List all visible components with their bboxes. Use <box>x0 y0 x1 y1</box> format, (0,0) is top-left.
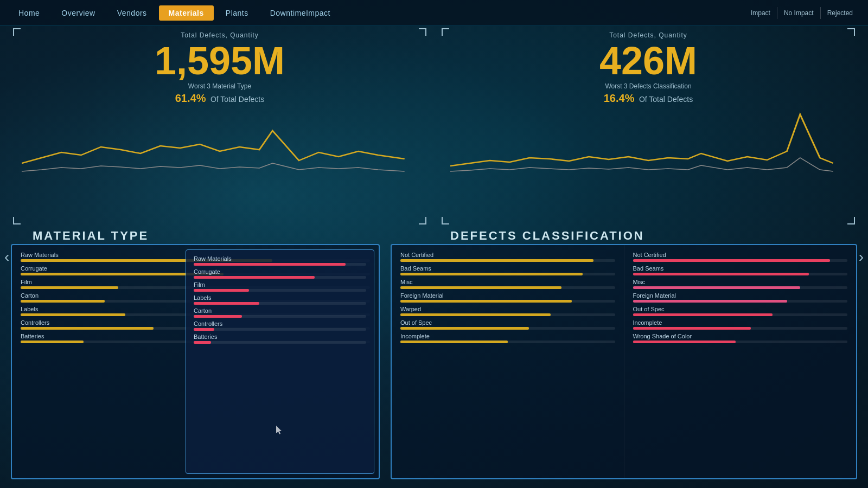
list-item: Controllers <box>194 320 366 331</box>
bar-track <box>194 263 366 266</box>
bar-label: Bad Seams <box>633 265 848 272</box>
filter-no-impact[interactable]: No Impact <box>777 7 821 19</box>
bar-label: Not Certified <box>400 252 615 258</box>
list-item: Incomplete <box>400 333 615 343</box>
bar-fill <box>194 341 211 344</box>
corner-bl-r <box>442 217 449 224</box>
bar-fill <box>633 286 800 289</box>
left-pct-value: 61.4% <box>175 92 206 104</box>
left-chart-title: Total Defects, Quantity <box>22 31 418 39</box>
right-chart-value: 426M <box>450 41 846 80</box>
corner-tr-r <box>847 28 855 36</box>
right-panel: Not CertifiedBad SeamsMiscForeign Materi… <box>391 244 857 479</box>
nav-materials[interactable]: Materials <box>159 5 214 21</box>
list-item: Bad Seams <box>400 265 615 275</box>
right-pct-value: 16.4% <box>604 92 635 104</box>
bar-label: Misc <box>400 279 615 285</box>
left-chart-pct: 61.4% Of Total Defects <box>22 92 418 105</box>
section-labels: Material Type Defects Classification <box>0 227 868 244</box>
nav-arrow-right[interactable]: › <box>854 244 868 270</box>
bar-label: Corrugate <box>194 268 366 275</box>
bar-fill <box>633 259 831 262</box>
nav-home[interactable]: Home <box>9 5 49 21</box>
bar-label: Warped <box>400 306 615 312</box>
bar-fill <box>400 341 508 343</box>
right-chart-pct: 16.4% Of Total Defects <box>450 92 846 105</box>
bar-fill <box>400 327 529 330</box>
bar-track <box>633 327 848 330</box>
bar-fill <box>194 328 214 331</box>
svg-marker-0 <box>276 426 282 434</box>
bar-fill <box>194 263 346 266</box>
bar-label: Film <box>194 281 366 288</box>
bar-fill <box>21 286 118 289</box>
bar-track <box>194 315 366 318</box>
list-item: Foreign Material <box>633 292 848 303</box>
bar-fill <box>633 313 773 316</box>
bar-label: Carton <box>194 307 366 314</box>
bar-track <box>633 341 848 343</box>
nav-vendors[interactable]: Vendors <box>107 5 157 21</box>
corner-tl <box>13 28 21 36</box>
top-filters: Impact No Impact Rejected <box>744 7 859 19</box>
bar-label: Controllers <box>194 320 366 327</box>
bar-label: Bad Seams <box>400 265 615 272</box>
right-pct-label: Of Total Defects <box>639 95 693 104</box>
bar-label: Not Certified <box>633 252 848 258</box>
list-item: Carton <box>194 307 366 318</box>
bar-track <box>400 341 615 343</box>
bar-track <box>194 328 366 331</box>
corner-bl <box>13 217 21 224</box>
bar-label: Batteries <box>194 333 366 340</box>
bar-fill <box>194 289 249 292</box>
corner-br <box>419 217 426 224</box>
bar-track <box>400 259 615 262</box>
corner-br-r <box>847 217 855 224</box>
list-item: Not Certified <box>633 252 848 262</box>
bar-label: Incomplete <box>400 333 615 339</box>
bar-label: Out of Spec <box>633 306 848 312</box>
bar-track <box>400 300 615 303</box>
bar-label: Wrong Shade of Color <box>633 333 848 339</box>
bar-label: Raw Materials <box>194 255 366 262</box>
right-line-chart <box>450 109 846 179</box>
bar-track <box>194 289 366 292</box>
charts-row: Total Defects, Quantity 1,595M Worst 3 M… <box>0 26 868 227</box>
list-item: Batteries <box>194 333 366 344</box>
list-item: Out of Spec <box>400 319 615 330</box>
bar-track <box>194 341 366 344</box>
bar-fill <box>633 341 736 343</box>
bar-fill <box>21 341 84 343</box>
right-col-1: Not CertifiedBad SeamsMiscForeign Materi… <box>392 245 624 478</box>
list-item: Corrugate <box>194 268 366 279</box>
bar-fill <box>633 327 751 330</box>
tables-row: Raw MaterialsCorrugateFilmCartonLabelsCo… <box>0 244 868 488</box>
bar-label: Out of Spec <box>400 319 615 326</box>
right-col-2: Not CertifiedBad SeamsMiscForeign Materi… <box>624 245 857 478</box>
bar-track <box>400 273 615 275</box>
list-item: Wrong Shade of Color <box>633 333 848 343</box>
bar-track <box>400 286 615 289</box>
left-chart-value: 1,595M <box>22 41 418 80</box>
list-item: Misc <box>400 279 615 289</box>
bar-track <box>194 302 366 305</box>
bar-fill <box>633 273 809 275</box>
bar-fill <box>21 327 154 330</box>
bar-fill <box>633 300 788 303</box>
filter-rejected[interactable]: Rejected <box>821 7 859 19</box>
bar-fill <box>194 302 259 305</box>
nav-items: Home Overview Vendors Materials Plants D… <box>9 5 744 21</box>
bar-fill <box>400 259 593 262</box>
bar-track <box>633 286 848 289</box>
nav-plants[interactable]: Plants <box>216 5 258 21</box>
nav-overview[interactable]: Overview <box>52 5 105 21</box>
list-item: Incomplete <box>633 319 848 330</box>
bar-label: Foreign Material <box>633 292 848 299</box>
bar-track <box>633 259 848 262</box>
filter-impact[interactable]: Impact <box>744 7 777 19</box>
left-pct-label: Of Total Defects <box>210 95 264 104</box>
bar-fill <box>400 273 583 275</box>
list-item: Labels <box>194 294 366 305</box>
nav-downtime[interactable]: DowntimeImpact <box>260 5 340 21</box>
nav-arrow-left[interactable]: ‹ <box>0 244 14 270</box>
